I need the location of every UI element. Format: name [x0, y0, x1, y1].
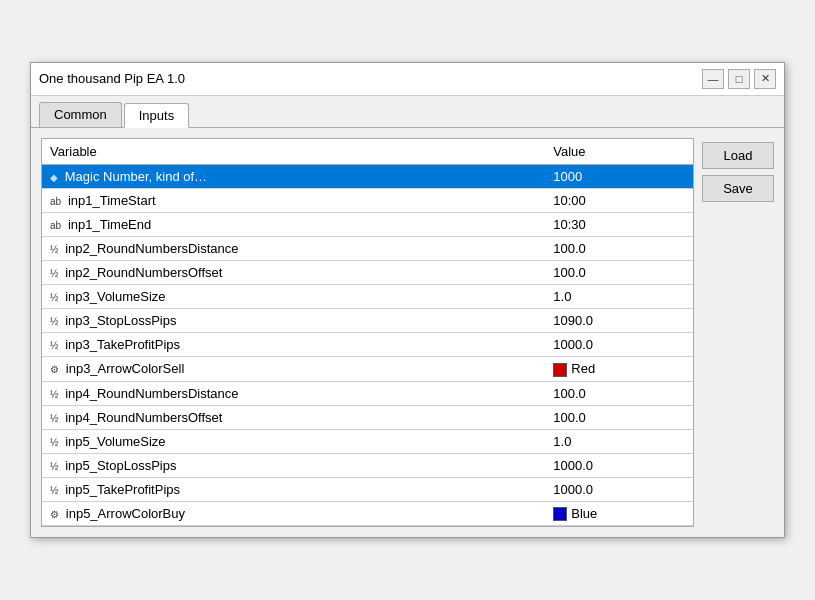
- row-icon: ab: [50, 220, 64, 231]
- row-icon: ◆: [50, 172, 61, 183]
- row-icon: ½: [50, 413, 61, 424]
- close-button[interactable]: ✕: [754, 69, 776, 89]
- table-row[interactable]: ⚙ inp3_ArrowColorSellRed: [42, 356, 693, 381]
- tab-common[interactable]: Common: [39, 102, 122, 127]
- table-row[interactable]: ab inp1_TimeStart10:00: [42, 188, 693, 212]
- color-swatch: [553, 363, 567, 377]
- table-row[interactable]: ⚙ inp5_ArrowColorBuyBlue: [42, 501, 693, 526]
- side-buttons: Load Save: [702, 138, 774, 527]
- table-body: ◆ Magic Number, kind of…1000ab inp1_Time…: [42, 164, 693, 525]
- table-cell-value: 100.0: [545, 405, 693, 429]
- table-cell-value: Red: [545, 356, 693, 381]
- row-icon: ab: [50, 196, 64, 207]
- row-icon: ½: [50, 292, 61, 303]
- row-icon: ½: [50, 461, 61, 472]
- minimize-button[interactable]: —: [702, 69, 724, 89]
- save-button[interactable]: Save: [702, 175, 774, 202]
- table-cell-value: 100.0: [545, 381, 693, 405]
- table-cell-variable: ab inp1_TimeStart: [42, 188, 545, 212]
- row-icon: ½: [50, 340, 61, 351]
- table-cell-variable: ½ inp5_StopLossPips: [42, 453, 545, 477]
- table-row[interactable]: ½ inp4_RoundNumbersOffset100.0: [42, 405, 693, 429]
- table-row[interactable]: ◆ Magic Number, kind of…1000: [42, 164, 693, 188]
- table-cell-variable: ⚙ inp3_ArrowColorSell: [42, 356, 545, 381]
- table-cell-value: 100.0: [545, 236, 693, 260]
- table-row[interactable]: ½ inp2_RoundNumbersOffset100.0: [42, 260, 693, 284]
- load-button[interactable]: Load: [702, 142, 774, 169]
- table-row[interactable]: ½ inp3_TakeProfitPips1000.0: [42, 332, 693, 356]
- table-cell-variable: ◆ Magic Number, kind of…: [42, 164, 545, 188]
- table-cell-variable: ⚙ inp5_ArrowColorBuy: [42, 501, 545, 526]
- row-icon: ½: [50, 244, 61, 255]
- table-cell-variable: ab inp1_TimeEnd: [42, 212, 545, 236]
- maximize-button[interactable]: □: [728, 69, 750, 89]
- table-cell-variable: ½ inp2_RoundNumbersDistance: [42, 236, 545, 260]
- table-row[interactable]: ½ inp3_StopLossPips1090.0: [42, 308, 693, 332]
- title-bar: One thousand Pip EA 1.0 — □ ✕: [31, 63, 784, 96]
- table-row[interactable]: ½ inp2_RoundNumbersDistance100.0: [42, 236, 693, 260]
- table-cell-variable: ½ inp5_TakeProfitPips: [42, 477, 545, 501]
- tab-inputs[interactable]: Inputs: [124, 103, 189, 128]
- table-cell-variable: ½ inp5_VolumeSize: [42, 429, 545, 453]
- table-cell-variable: ½ inp4_RoundNumbersOffset: [42, 405, 545, 429]
- table-cell-value: 1.0: [545, 284, 693, 308]
- table-row[interactable]: ½ inp5_VolumeSize1.0: [42, 429, 693, 453]
- row-icon: ⚙: [50, 509, 62, 520]
- table-cell-variable: ½ inp2_RoundNumbersOffset: [42, 260, 545, 284]
- table-cell-value: 1.0: [545, 429, 693, 453]
- row-icon: ½: [50, 389, 61, 400]
- row-icon: ½: [50, 268, 61, 279]
- content-area: Variable Value ◆ Magic Number, kind of…1…: [31, 128, 784, 537]
- table-header-row: Variable Value: [42, 139, 693, 165]
- table-row[interactable]: ½ inp5_TakeProfitPips1000.0: [42, 477, 693, 501]
- table-cell-variable: ½ inp3_VolumeSize: [42, 284, 545, 308]
- table-cell-value: 1090.0: [545, 308, 693, 332]
- table-row[interactable]: ½ inp4_RoundNumbersDistance100.0: [42, 381, 693, 405]
- col-value: Value: [545, 139, 693, 165]
- row-icon: ½: [50, 316, 61, 327]
- tabs-bar: Common Inputs: [31, 96, 784, 128]
- table-row[interactable]: ab inp1_TimeEnd10:30: [42, 212, 693, 236]
- table-cell-value: 1000.0: [545, 477, 693, 501]
- col-variable: Variable: [42, 139, 545, 165]
- main-window: One thousand Pip EA 1.0 — □ ✕ Common Inp…: [30, 62, 785, 538]
- row-icon: ½: [50, 437, 61, 448]
- table-row[interactable]: ½ inp3_VolumeSize1.0: [42, 284, 693, 308]
- table-cell-variable: ½ inp3_StopLossPips: [42, 308, 545, 332]
- table-row[interactable]: ½ inp5_StopLossPips1000.0: [42, 453, 693, 477]
- table-cell-value: 1000: [545, 164, 693, 188]
- table-cell-variable: ½ inp4_RoundNumbersDistance: [42, 381, 545, 405]
- table-cell-variable: ½ inp3_TakeProfitPips: [42, 332, 545, 356]
- color-swatch: [553, 507, 567, 521]
- window-title: One thousand Pip EA 1.0: [39, 71, 185, 86]
- table-cell-value: 1000.0: [545, 332, 693, 356]
- row-icon: ⚙: [50, 364, 62, 375]
- title-bar-controls: — □ ✕: [702, 69, 776, 89]
- table-cell-value: 10:00: [545, 188, 693, 212]
- inputs-table: Variable Value ◆ Magic Number, kind of…1…: [42, 139, 693, 526]
- table-cell-value: 100.0: [545, 260, 693, 284]
- table-cell-value: Blue: [545, 501, 693, 526]
- table-cell-value: 1000.0: [545, 453, 693, 477]
- inputs-table-container: Variable Value ◆ Magic Number, kind of…1…: [41, 138, 694, 527]
- table-cell-value: 10:30: [545, 212, 693, 236]
- row-icon: ½: [50, 485, 61, 496]
